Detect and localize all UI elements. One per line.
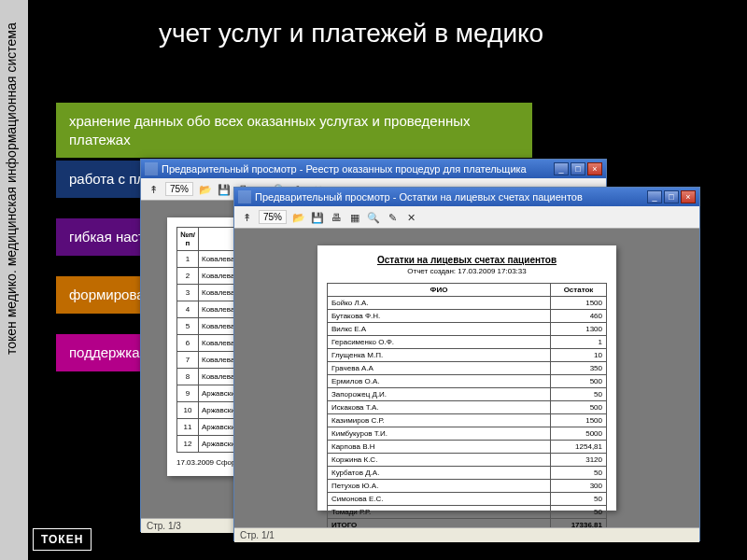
tool-icon[interactable]: ✎ <box>386 211 399 224</box>
brand-logo: ТОКЕН <box>33 528 92 551</box>
minimize-button[interactable]: _ <box>647 190 662 203</box>
table-row: Герасименко О.Ф.1 <box>328 336 607 349</box>
report-sheet: Остатки на лицевых счетах пациентов Отче… <box>317 245 616 511</box>
maximize-button[interactable]: □ <box>664 190 679 203</box>
table-row: Кимбукуров Т.И.5000 <box>328 427 607 441</box>
nav-up-icon[interactable]: ↟ <box>240 211 253 224</box>
maximize-button[interactable]: □ <box>571 162 585 175</box>
left-sidebar: токен медико. медицинская информационная… <box>0 0 28 560</box>
table-row: Бойко Л.А.1500 <box>328 297 607 310</box>
titlebar[interactable]: Предварительный просмотр - Реестр оказан… <box>141 160 606 178</box>
table-row: Томади Р.Р.50 <box>328 506 607 519</box>
report-title: Остатки на лицевых счетах пациентов <box>327 255 607 265</box>
table-row: Симонова Е.С.50 <box>328 493 607 506</box>
table-row: Коржина К.С.3120 <box>328 454 607 467</box>
save-icon[interactable]: 💾 <box>218 183 231 196</box>
zoom-display[interactable]: 75% <box>259 210 287 224</box>
open-icon[interactable]: 📂 <box>292 211 305 224</box>
titlebar[interactable]: Предварительный просмотр - Остатки на ли… <box>234 188 699 206</box>
table-row: Ермилов О.А.500 <box>328 375 607 388</box>
toolbar: ↟ 75% 📂 💾 🖶 ▦ 🔍 ✎ ✕ <box>234 206 699 229</box>
table-row: Искакова Т.А.500 <box>328 401 607 414</box>
feature-1: хранение данных обо всех оказанных услуг… <box>56 103 532 158</box>
table-row: Запорожец Д.И.50 <box>328 388 607 401</box>
close-button[interactable]: × <box>681 190 696 203</box>
preview-window-balances[interactable]: Предварительный просмотр - Остатки на ли… <box>233 187 700 541</box>
report-subtitle: Отчет создан: 17.03.2009 17:03:33 <box>327 267 607 275</box>
save-icon[interactable]: 💾 <box>311 211 324 224</box>
total-row: ИТОГО17336,81 <box>328 519 607 528</box>
print-icon[interactable]: 🖶 <box>330 211 343 224</box>
table-row: Глущенка М.П.10 <box>328 349 607 362</box>
page-area: Остатки на лицевых счетах пациентов Отче… <box>234 229 699 527</box>
table-row: Петухов Ю.А.300 <box>328 480 607 493</box>
table-row: Карпова В.Н1254,81 <box>328 441 607 454</box>
table-row: Вилкс Е.А1300 <box>328 323 607 336</box>
app-icon <box>145 162 158 175</box>
table-row: Бутакова Ф.Н.460 <box>328 310 607 323</box>
brand-text: токен медико. медицинская информационная… <box>4 22 19 355</box>
zoom-display[interactable]: 75% <box>165 182 193 196</box>
minimize-button[interactable]: _ <box>554 162 569 175</box>
find-icon[interactable]: 🔍 <box>367 211 380 224</box>
status-bar: Стр. 1/1 <box>234 527 699 542</box>
window-title: Предварительный просмотр - Реестр оказан… <box>162 163 554 175</box>
close-button[interactable]: × <box>587 162 602 175</box>
page-icon[interactable]: ▦ <box>348 211 361 224</box>
balances-table: ФИООстатокБойко Л.А.1500Бутакова Ф.Н.460… <box>327 283 607 527</box>
open-icon[interactable]: 📂 <box>199 183 212 196</box>
table-row: Казимиров С.Р.1500 <box>328 414 607 427</box>
window-title: Предварительный просмотр - Остатки на ли… <box>255 191 647 203</box>
table-row: Курбатов Д.А.50 <box>328 467 607 480</box>
close-icon[interactable]: ✕ <box>404 211 417 224</box>
table-row: Грачева А.А350 <box>328 362 607 375</box>
slide-title: учет услуг и платежей в медико <box>159 19 543 49</box>
app-icon <box>238 190 251 203</box>
nav-up-icon[interactable]: ↟ <box>147 183 160 196</box>
